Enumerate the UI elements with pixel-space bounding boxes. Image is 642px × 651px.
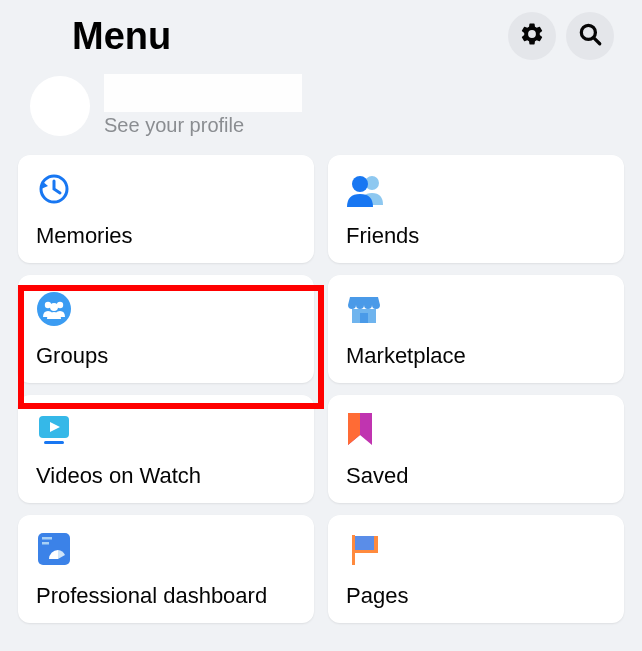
profile-text: See your profile — [104, 74, 302, 137]
settings-button[interactable] — [508, 12, 556, 60]
tile-label: Marketplace — [346, 343, 606, 369]
saved-icon — [346, 411, 606, 447]
friends-icon — [346, 171, 606, 207]
tile-saved[interactable]: Saved — [328, 395, 624, 503]
page-title: Menu — [72, 15, 171, 58]
svg-rect-10 — [360, 313, 368, 323]
tile-pages[interactable]: Pages — [328, 515, 624, 623]
header-actions — [508, 12, 614, 60]
memories-icon — [36, 171, 296, 207]
svg-point-8 — [50, 303, 58, 311]
svg-rect-16 — [352, 535, 355, 565]
tile-label: Videos on Watch — [36, 463, 296, 489]
tile-label: Groups — [36, 343, 296, 369]
header: Menu — [0, 0, 642, 66]
avatar — [30, 76, 90, 136]
tile-memories[interactable]: Memories — [18, 155, 314, 263]
search-icon — [577, 21, 603, 51]
svg-rect-15 — [42, 542, 49, 545]
svg-point-4 — [352, 176, 368, 192]
tile-videos[interactable]: Videos on Watch — [18, 395, 314, 503]
tile-professional-dashboard[interactable]: Professional dashboard — [18, 515, 314, 623]
tile-label: Pages — [346, 583, 606, 609]
search-button[interactable] — [566, 12, 614, 60]
tile-friends[interactable]: Friends — [328, 155, 624, 263]
tile-groups[interactable]: Groups — [18, 275, 314, 383]
tile-label: Professional dashboard — [36, 583, 296, 609]
groups-icon — [36, 291, 296, 327]
svg-rect-14 — [42, 537, 52, 540]
dashboard-icon — [36, 531, 296, 567]
profile-subtext: See your profile — [104, 114, 302, 137]
tile-label: Memories — [36, 223, 296, 249]
pages-icon — [346, 531, 606, 567]
profile-name-placeholder — [104, 74, 302, 112]
svg-rect-12 — [44, 441, 64, 444]
marketplace-icon — [346, 291, 606, 327]
svg-line-1 — [594, 38, 600, 44]
gear-icon — [519, 21, 545, 51]
tile-marketplace[interactable]: Marketplace — [328, 275, 624, 383]
tile-label: Saved — [346, 463, 606, 489]
profile-row[interactable]: See your profile — [0, 66, 642, 155]
menu-grid: Memories Friends Groups Marketplace Vide… — [0, 155, 642, 623]
videos-icon — [36, 411, 296, 447]
tile-label: Friends — [346, 223, 606, 249]
